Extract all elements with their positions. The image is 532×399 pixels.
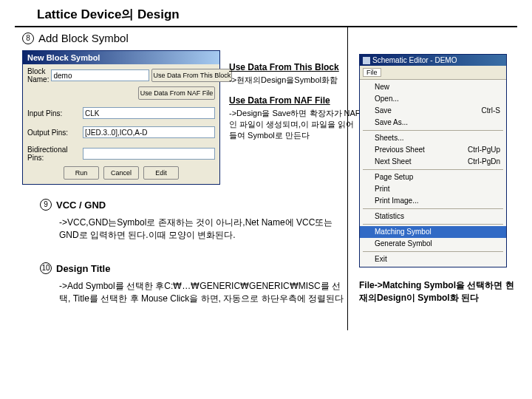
menu-item[interactable]: Exit — [360, 253, 506, 265]
menu-item[interactable]: Print Image... — [360, 195, 506, 207]
run-button[interactable]: Run — [64, 166, 99, 180]
block-name-input[interactable] — [51, 69, 149, 81]
menu-item[interactable]: Sheets... — [360, 132, 506, 144]
cancel-button[interactable]: Cancel — [103, 166, 139, 180]
menu-item[interactable]: Print — [360, 183, 506, 195]
input-pins-label: Input Pins: — [27, 109, 81, 117]
menu-bar: File — [360, 66, 506, 80]
menu-item[interactable]: Previous SheetCtrl-PgUp — [360, 144, 506, 156]
output-pins-input[interactable] — [83, 126, 215, 138]
menu-item[interactable]: Statistics — [360, 211, 506, 222]
step-9: 9 VCC / GND ->VCC,GND는Symbol로 존재하는 것이 아니… — [40, 199, 350, 242]
use-data-block-button[interactable]: Use Data From This Block — [151, 69, 232, 82]
step-9-desc: ->VCC,GND는Symbol로 존재하는 것이 아니라,Net Name에 … — [59, 216, 350, 242]
menu-item[interactable]: Generate Symbol — [360, 238, 506, 250]
schematic-editor-menu: Schematic Editor - DEMO File NewOpen...S… — [359, 54, 507, 267]
side-h2: Use Data From NAF File — [229, 95, 362, 106]
page-title: Lattice Device의 Design — [15, 0, 517, 27]
side-d1: ->현재의Design을Symbol화함 — [229, 75, 362, 86]
bidir-pins-label: Bidirectional Pins: — [27, 146, 81, 162]
block-name-label: Block Name: — [27, 67, 49, 83]
bidir-pins-input[interactable] — [83, 148, 215, 160]
step-9-label: VCC / GND — [56, 200, 106, 211]
menu-item[interactable]: Next SheetCtrl-PgDn — [360, 156, 506, 168]
dialog-title: New Block Symbol — [23, 51, 219, 64]
step-10-desc: ->Add Symbol를 선택한 후C:₩…₩GENERIC₩GENERIC₩… — [59, 280, 350, 305]
menu-item[interactable]: Open... — [360, 93, 506, 105]
side-explanation: Use Data From This Block ->현재의Design을Sym… — [229, 61, 362, 150]
file-menu-tab[interactable]: File — [363, 68, 381, 77]
step-8-number: 8 — [22, 33, 34, 44]
menu-title-text: Schematic Editor - DEMO — [372, 56, 457, 64]
right-note: File->Matching Symbol을 선택하면 현재의Design이 S… — [359, 279, 514, 305]
new-block-symbol-dialog: New Block Symbol Block Name: Use Data Fr… — [22, 50, 220, 185]
menu-item[interactable]: New — [360, 81, 506, 93]
step-8-heading: 8 Add Block Symbol — [22, 32, 340, 44]
side-h1: Use Data From This Block — [229, 61, 362, 73]
step-10-number: 10 — [40, 262, 52, 274]
step-10: 10 Design Title ->Add Symbol를 선택한 후C:₩…₩… — [40, 262, 350, 305]
menu-item[interactable]: SaveCtrl-S — [360, 105, 506, 117]
step-9-number: 9 — [40, 199, 52, 211]
menu-item[interactable]: Save As... — [360, 117, 506, 129]
menu-title: Schematic Editor - DEMO — [360, 55, 506, 66]
app-icon — [363, 57, 370, 64]
file-menu-dropdown: NewOpen...SaveCtrl-SSave As...Sheets...P… — [360, 80, 506, 267]
use-data-naf-button[interactable]: Use Data From NAF File — [138, 86, 215, 100]
step-8-label: Add Block Symbol — [38, 32, 129, 44]
menu-item[interactable]: Page Setup — [360, 171, 506, 183]
output-pins-label: Output Pins: — [27, 129, 81, 137]
side-d2: ->Design을 Save하면 확장자가 NAF인 파일이 생성되며,이 파일… — [229, 108, 362, 141]
edit-button[interactable]: Edit — [143, 166, 179, 180]
step-10-label: Design Title — [56, 263, 110, 274]
menu-item[interactable]: Matching Symbol — [360, 226, 506, 238]
input-pins-input[interactable] — [83, 107, 215, 119]
